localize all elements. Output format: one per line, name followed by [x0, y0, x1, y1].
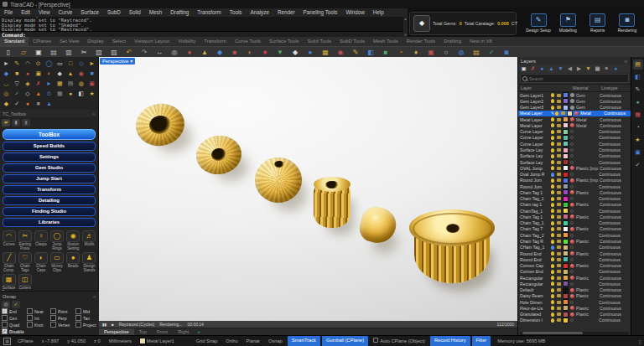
layer-row[interactable]: Round JumContinuous [518, 183, 631, 189]
toolbar-icon[interactable]: ▼ [274, 47, 286, 57]
tool-icon[interactable]: ◎ [1, 89, 12, 98]
layer-visibility-bulb-icon[interactable] [551, 264, 554, 268]
panel-tab-icon[interactable]: ✎ [633, 85, 643, 95]
menu-surface[interactable]: Surface [76, 8, 103, 17]
layer-lock-icon[interactable] [561, 111, 565, 115]
layer-lock-icon[interactable] [557, 94, 561, 97]
layer-visibility-bulb-icon[interactable] [551, 173, 554, 177]
layers-toolbar-icon[interactable]: ● [612, 65, 620, 73]
layer-color-swatch[interactable] [564, 240, 568, 244]
tool-icon[interactable]: ◆ [1, 99, 12, 108]
osnap-perp[interactable]: Perp [50, 315, 75, 321]
toolbar-tab-curve-tools[interactable]: Curve Tools [231, 37, 265, 46]
osnap-tab-icon[interactable]: ✓ [12, 301, 20, 308]
toolbar-icon[interactable]: ▣ [425, 47, 437, 57]
layer-color-swatch[interactable] [564, 203, 568, 207]
toolbar-tab-cplanes[interactable]: CPlanes [29, 37, 55, 46]
tool-icon[interactable]: ◡ [1, 79, 12, 88]
layer-row[interactable]: Gem Layer2GemContinuous [518, 98, 631, 104]
layers-toolbar-icon[interactable]: ▲ [548, 65, 555, 73]
layer-row[interactable]: Gem Layer1GemContinuous [518, 92, 631, 98]
layer-visibility-bulb-icon[interactable] [551, 197, 554, 201]
library-item-money-clips[interactable]: ▭Money Clips [49, 252, 65, 272]
layer-visibility-bulb-icon[interactable] [551, 160, 554, 164]
library-item-beads[interactable]: ●Beads [65, 252, 81, 272]
tool-icon[interactable]: ✓ [12, 89, 23, 98]
layers-toolbar-icon[interactable]: ◀ [566, 65, 574, 73]
menu-file[interactable]: File [0, 8, 17, 17]
tool-icon[interactable]: ◈ [23, 79, 34, 88]
layer-row[interactable]: Curve LayerContinuous [518, 141, 631, 147]
layer-lock-icon[interactable] [557, 106, 561, 109]
library-item-jump-rings[interactable]: ◯Jump Rings [49, 230, 65, 250]
library-item-illusion-setting[interactable]: ◉Illusion Setting [65, 230, 81, 250]
viewport-tab-front[interactable]: Front [152, 328, 173, 335]
tool-icon[interactable]: ▤ [65, 79, 76, 88]
layer-color-swatch[interactable] [564, 221, 568, 225]
toolbar-icon[interactable]: ▦ [319, 47, 331, 57]
tool-icon[interactable]: ▽ [12, 79, 23, 88]
layer-visibility-bulb-icon[interactable] [551, 221, 554, 225]
menu-window[interactable]: Window [341, 8, 368, 17]
search-input[interactable] [529, 76, 626, 81]
status-toggle-record-history[interactable]: Record History [430, 336, 470, 346]
layer-visibility-bulb-icon[interactable] [551, 190, 554, 194]
column-linetype[interactable]: Linetype [601, 85, 631, 90]
toolbar-tab-transform[interactable]: Transform [200, 37, 231, 46]
layer-lock-icon[interactable] [557, 142, 561, 146]
osnap-knot[interactable]: Knot [27, 322, 50, 328]
layer-row[interactable]: Fleur-de-LisPlasticContinuous [518, 305, 631, 311]
status-toggle-planar[interactable]: Planar [242, 336, 264, 346]
status-toggle-filter[interactable]: Filter [472, 336, 491, 346]
layer-lock-icon[interactable] [557, 276, 561, 280]
tool-icon[interactable]: ● [23, 99, 34, 108]
status-toggle-osnap[interactable]: Osnap [264, 336, 287, 346]
layer-visibility-bulb-icon[interactable] [551, 154, 554, 158]
toolbar-icon[interactable]: ▲ [199, 47, 210, 57]
layer-visibility-bulb-icon[interactable] [551, 318, 554, 323]
layer-color-swatch[interactable] [564, 166, 568, 170]
viewport-tab-perspective[interactable]: Perspective [99, 328, 134, 335]
tool-icon[interactable]: ◯ [44, 59, 55, 68]
layer-color-swatch[interactable] [564, 276, 568, 280]
toolbar-icon[interactable]: ✎ [350, 47, 361, 57]
menu-curve[interactable]: Curve [55, 8, 77, 17]
toolbar-icon[interactable]: ↷ [138, 47, 150, 57]
layer-visibility-bulb-icon[interactable] [551, 270, 554, 274]
layer-lock-icon[interactable] [557, 258, 561, 261]
tool-icon[interactable]: □ [65, 59, 76, 68]
layer-lock-icon[interactable] [557, 130, 561, 133]
layer-visibility-bulb-icon[interactable] [551, 130, 554, 134]
layer-visibility-bulb-icon[interactable] [551, 300, 554, 304]
gem-icon[interactable]: ◆ [413, 15, 430, 32]
layers-toolbar-icon[interactable]: ✗ [529, 65, 537, 73]
layer-lock-icon[interactable] [557, 191, 561, 194]
toolbar-icon[interactable]: ✂ [78, 47, 90, 57]
layer-color-swatch[interactable] [564, 288, 568, 292]
layer-color-swatch[interactable] [564, 270, 568, 274]
toolbar-tab-standard[interactable]: Standard [0, 37, 29, 46]
layer-visibility-bulb-icon[interactable] [551, 251, 554, 256]
viewport-3d[interactable]: Perspective ▾ ▮▮ ■ Raytraced (Cycles) Re… [99, 57, 517, 328]
layer-row[interactable]: Gem Layer3GemContinuous [518, 105, 631, 111]
toolbar-icon[interactable]: ▨ [108, 47, 120, 57]
layers-search[interactable] [520, 74, 629, 83]
layer-lock-icon[interactable] [557, 288, 561, 292]
layer-visibility-bulb-icon[interactable] [551, 281, 554, 286]
osnap-vertex[interactable]: Vertex [50, 322, 75, 328]
toolbar-icon[interactable]: ▣ [33, 47, 44, 57]
layer-visibility-bulb-icon[interactable] [551, 245, 554, 250]
toolbar-tab-surface-tools[interactable]: Surface Tools [265, 37, 304, 46]
layer-row[interactable]: Oval Jump RContinuous [518, 171, 631, 177]
layers-toolbar-icon[interactable]: ▦ [594, 65, 601, 73]
viewport-tab-top[interactable]: Top [134, 328, 152, 335]
panel-icon[interactable]: ▯ [639, 338, 641, 344]
toolbar-icon[interactable]: ○ [440, 47, 452, 57]
layer-lock-icon[interactable] [557, 178, 561, 182]
toolbar-icon[interactable]: ◔ [395, 47, 407, 57]
layer-color-swatch[interactable] [564, 257, 568, 261]
gear-icon[interactable]: ☼ [624, 59, 629, 64]
layer-color-swatch[interactable] [564, 318, 568, 323]
tool-icon[interactable]: ◆ [55, 69, 65, 78]
layer-lock-icon[interactable] [557, 318, 561, 322]
